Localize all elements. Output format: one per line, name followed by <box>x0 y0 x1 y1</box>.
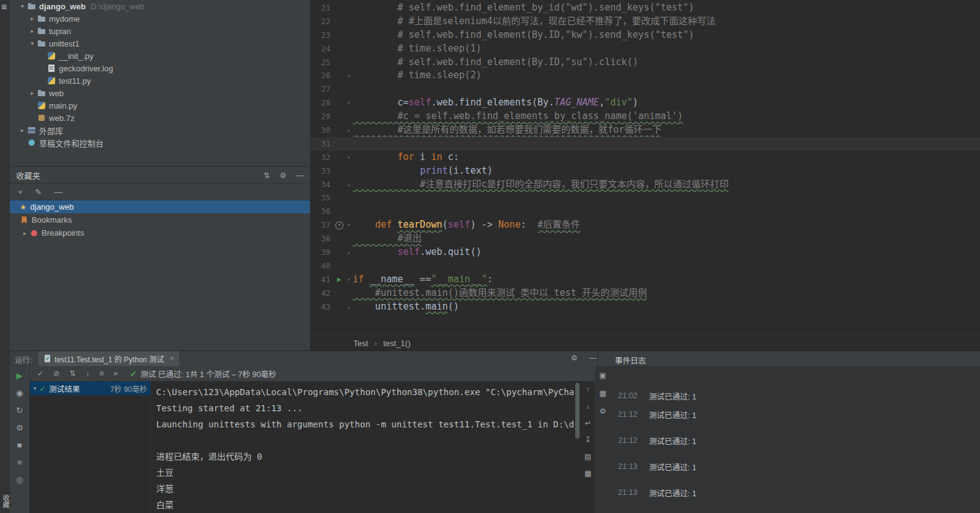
code-line[interactable]: 33 print(i.text) <box>311 164 980 178</box>
fold-marker-icon[interactable]: ▴ <box>345 123 353 137</box>
code-line[interactable]: 41▶▾if __name__ =="__main__": <box>311 273 980 287</box>
soft-wrap-icon[interactable]: ↵ <box>585 419 591 427</box>
fold-marker-icon[interactable]: ▾ <box>345 151 353 164</box>
code-line[interactable]: 43▴ unittest.main() <box>311 300 980 314</box>
project-item-tupian[interactable]: ▸tupian <box>10 25 310 37</box>
overriding-method-gutter-icon[interactable]: ↑ <box>335 221 343 230</box>
clear-all-icon[interactable]: ▦ <box>585 469 591 478</box>
run-tab[interactable]: test11.Test.test_1 的 Python 测试 × <box>38 351 179 366</box>
chevron-down-icon[interactable]: ▾ <box>27 40 37 47</box>
code-line[interactable]: 31 <box>311 137 980 151</box>
code-line[interactable]: 37↑▾ def tearDown(self) -> None: #后置条件 <box>311 218 980 232</box>
fold-marker-icon[interactable]: ▾ <box>345 218 353 232</box>
favorites-item-bookmarks[interactable]: Bookmarks <box>10 213 310 226</box>
code-line[interactable]: 27 <box>311 83 980 96</box>
sort-by-duration-button[interactable]: ↓ <box>86 369 89 378</box>
add-favorite-icon[interactable]: + <box>18 187 23 197</box>
run-console[interactable]: C:\Users\123\AppData\Local\Programs\Pyth… <box>151 381 579 513</box>
chevron-right-icon[interactable]: ▸ <box>27 28 37 34</box>
hide-run-window-icon[interactable]: — <box>589 354 596 362</box>
project-item-init-py[interactable]: __init_.py <box>10 50 310 62</box>
code-line[interactable]: 29 #c = self.web.find_elements_by_class_… <box>311 110 980 123</box>
event-log-entry[interactable]: 21:02测试已通过: 1 <box>618 390 696 402</box>
fold-marker-icon[interactable]: ▴ <box>345 246 353 259</box>
code-line[interactable]: 21 # self.web.find_element_by_id("wd").s… <box>311 1 980 15</box>
breadcrumb-item-class[interactable]: Test <box>353 339 368 348</box>
rerun-tests-button[interactable]: ▶ <box>17 371 23 380</box>
sort-alphabetically-button[interactable]: ⇅ <box>69 369 76 378</box>
project-item-main-py[interactable]: main.py <box>10 99 310 112</box>
expand-all-button[interactable]: ≡ <box>99 369 104 378</box>
code-line[interactable]: 30▴ #这里是所有的数据，如若想要我们需要的数据，就for循环一下 <box>311 123 980 137</box>
code-line[interactable]: 23 # self.web.find_element(By.ID,"kw").s… <box>311 29 980 42</box>
code-line[interactable]: 34▴ #注意直接打印c是打印的全部内容，我们只要文本内容，所以通过循环打印 <box>311 178 980 192</box>
project-item-scratches[interactable]: 草稿文件和控制台 <box>10 136 310 149</box>
close-tab-icon[interactable]: × <box>170 354 174 363</box>
project-item-mydome[interactable]: ▸mydome <box>10 12 310 25</box>
fold-marker-icon[interactable]: ▴ <box>345 300 353 314</box>
project-item-web[interactable]: ▸web <box>10 87 310 99</box>
fold-marker-icon[interactable]: ▾ <box>345 273 353 287</box>
fold-marker-icon[interactable]: ▴ <box>345 69 353 83</box>
print-icon[interactable]: ▤ <box>585 452 591 461</box>
fold-marker-icon[interactable]: ▴ <box>345 178 353 192</box>
console-scrollbar[interactable] <box>575 383 580 439</box>
code-line[interactable]: 22 # #上面是selenium4以前的写法，现在已经不推荐了，要改成下面这种… <box>311 15 980 29</box>
test-results-row[interactable]: ▾ ✓ 测试结果 7秒 90毫秒 <box>30 381 151 395</box>
clear-log-icon[interactable]: ▦ <box>599 389 606 398</box>
chevron-right-icon[interactable]: ▸ <box>20 230 30 236</box>
fold-marker-icon[interactable]: ▾ <box>345 96 353 110</box>
code-editor[interactable]: 21 # self.web.find_element_by_id("wd").s… <box>310 0 980 336</box>
project-item-external-libraries[interactable]: ▸外部库 <box>10 124 310 136</box>
chevron-right-icon[interactable]: ▸ <box>27 16 37 22</box>
code-line[interactable]: 32▾ for i in c: <box>311 151 980 164</box>
code-line[interactable]: 42 #unitest.main()函数用来测试 类中以 test 开头的测试用… <box>311 287 980 300</box>
favorites-item-django-web[interactable]: ★ django_web <box>10 200 310 213</box>
gear-icon[interactable]: ⚙ <box>280 171 286 180</box>
thread-dump-button[interactable]: ≡ <box>17 458 22 467</box>
code-line[interactable]: 39▴ self.web.quit() <box>311 246 980 259</box>
chevron-down-icon[interactable]: ▾ <box>33 385 37 391</box>
code-line[interactable]: 25 # self.web.find_element(By.ID,"su").c… <box>311 56 980 69</box>
edit-favorite-icon[interactable]: ✎ <box>35 187 42 197</box>
more-actions-button[interactable]: » <box>113 369 118 378</box>
pin-tab-button[interactable]: ◎ <box>16 475 23 484</box>
code-line[interactable]: 26▴ # time.sleep(2) <box>311 69 980 83</box>
chevron-down-icon[interactable]: ▾ <box>17 3 27 9</box>
toggle-auto-rerun-button[interactable]: ↻ <box>16 406 23 415</box>
project-item-django-web-root[interactable]: ▾django_webD:\django_web <box>10 0 310 12</box>
code-line[interactable]: 36 <box>311 205 980 218</box>
stop-button[interactable]: ■ <box>17 440 22 450</box>
log-settings-icon[interactable]: ⚙ <box>599 407 606 416</box>
project-item-geckodriver-log[interactable]: geckodriver.log <box>10 62 310 74</box>
favorites-stripe-button[interactable]: 收藏 <box>1 494 11 508</box>
hide-panel-icon[interactable]: — <box>296 171 304 180</box>
run-settings-gear-icon[interactable]: ⚙ <box>571 354 578 362</box>
favorites-item-breakpoints[interactable]: ▸ Breakpoints <box>10 226 310 239</box>
run-line-gutter-icon[interactable]: ▶ <box>334 273 344 287</box>
chevron-right-icon[interactable]: ▸ <box>17 127 27 133</box>
rerun-failed-tests-button[interactable]: ◉ <box>16 388 23 398</box>
code-line[interactable]: 24 # time.sleep(1) <box>311 42 980 56</box>
test-settings-button[interactable]: ⚙ <box>16 423 24 432</box>
code-line[interactable]: 28▾ c=self.web.find_elements(By.TAG_NAME… <box>311 96 980 110</box>
group-by-icon[interactable]: ⇅ <box>263 171 270 180</box>
prev-occurrence-icon[interactable]: ↑ <box>586 385 590 394</box>
project-item-web-7z[interactable]: web.7z <box>10 112 310 124</box>
show-ignored-button[interactable]: ⊘ <box>53 369 60 378</box>
remove-favorite-icon[interactable]: — <box>55 187 63 197</box>
project-item-unittest1[interactable]: ▾unittest1 <box>10 37 310 50</box>
scroll-to-end-icon[interactable]: ↧ <box>585 435 591 444</box>
project-item-test11-py[interactable]: test11.py <box>10 74 310 87</box>
event-log-entry[interactable]: 21:13测试已通过: 1 <box>618 486 696 499</box>
code-line[interactable]: 40 <box>311 259 980 273</box>
breadcrumb-item-method[interactable]: test_1() <box>383 339 410 348</box>
event-log-entry[interactable]: 21:13测试已通过: 1 <box>618 460 696 473</box>
show-passed-button[interactable]: ✓ <box>37 369 43 378</box>
code-line[interactable]: 35 <box>311 191 980 205</box>
code-line[interactable]: 38 #退出 <box>311 232 980 246</box>
log-filter-icon[interactable]: ▣ <box>599 371 606 380</box>
chevron-right-icon[interactable]: ▸ <box>27 90 37 96</box>
next-occurrence-icon[interactable]: ↓ <box>586 402 590 411</box>
event-log-entry[interactable]: 21:12测试已通过: 1 <box>618 434 696 447</box>
